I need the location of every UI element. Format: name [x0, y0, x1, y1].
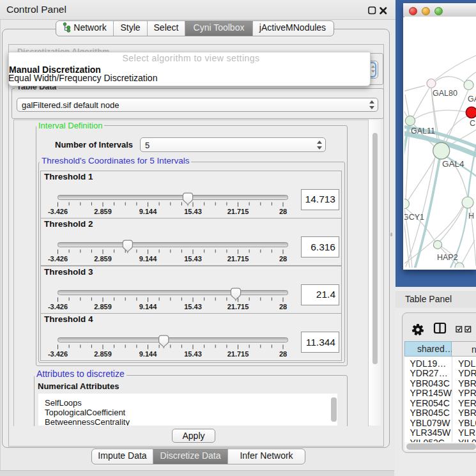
svg-text:GCY1: GCY1 — [404, 213, 424, 222]
svg-text:C: C — [470, 119, 475, 128]
svg-text:GA: GA — [468, 95, 476, 104]
svg-text:GAL80: GAL80 — [433, 89, 457, 98]
svg-text:HAP2: HAP2 — [437, 253, 458, 262]
svg-text:GAL4: GAL4 — [442, 159, 464, 169]
svg-text:H: H — [468, 211, 474, 220]
svg-text:GAL11: GAL11 — [411, 127, 435, 135]
